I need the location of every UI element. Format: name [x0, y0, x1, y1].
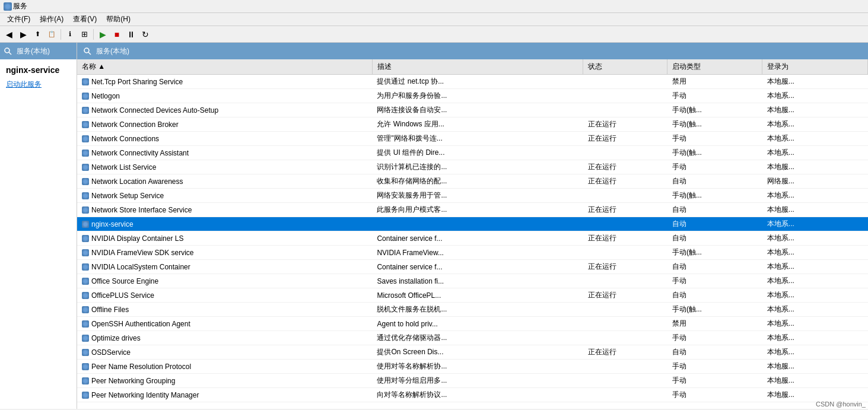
service-name-cell: OpenSSH Authentication Agent: [77, 317, 372, 331]
table-row[interactable]: Network Location Awareness收集和存储网络的配...正在…: [77, 174, 868, 189]
service-startup-cell: 禁用: [667, 75, 762, 89]
service-desc-cell: 此服务向用户模式客...: [372, 203, 583, 217]
service-login-cell: 本地系...: [762, 288, 868, 303]
service-status-cell: [583, 360, 667, 374]
table-row[interactable]: Peer Networking Identity Manager向对等名称解析协…: [77, 388, 868, 402]
service-startup-cell: 禁用: [667, 317, 762, 331]
toolbar-show-hide[interactable]: 📋: [45, 28, 58, 41]
service-icon: [82, 150, 89, 157]
table-row[interactable]: Network Connection Broker允许 Windows 应用..…: [77, 117, 868, 132]
service-icon: [82, 377, 89, 384]
service-status-cell: [583, 89, 667, 103]
service-desc-cell: 网络连接设备自动安...: [372, 103, 583, 117]
service-desc-cell: 通过优化存储驱动器...: [372, 331, 583, 345]
menu-file[interactable]: 文件(F): [2, 13, 35, 26]
service-desc-cell: Microsoft OfficePL...: [372, 288, 583, 303]
main-container: 服务(本地) nginx-service 启动此服务 服务(本地) 名称 ▲: [0, 43, 868, 409]
left-panel-header: 服务(本地): [0, 43, 77, 59]
service-desc-cell: 提供On Screen Dis...: [372, 345, 583, 360]
right-panel: 服务(本地) 名称 ▲ 描述 状态: [77, 43, 868, 409]
services-list: 名称 ▲ 描述 状态 启动类型 登录为: [77, 59, 868, 402]
service-name-cell: NVIDIA LocalSystem Container: [77, 260, 372, 274]
service-login-cell: 本地服...: [762, 203, 868, 217]
services-table[interactable]: 名称 ▲ 描述 状态 启动类型 登录为: [77, 59, 868, 409]
service-login-cell: 本地系...: [762, 132, 868, 146]
table-row[interactable]: Network Connectivity Assistant提供 UI 组件的 …: [77, 146, 868, 160]
service-status-cell: 正在运行: [583, 260, 667, 274]
toolbar-back[interactable]: ◀: [2, 28, 15, 41]
table-row[interactable]: Peer Networking Grouping使用对等分组启用多...手动本地…: [77, 374, 868, 388]
service-login-cell: 本地服...: [762, 360, 868, 374]
table-row[interactable]: NVIDIA FrameView SDK serviceNVIDIA Frame…: [77, 246, 868, 260]
col-header-startup[interactable]: 启动类型: [667, 59, 762, 75]
table-row[interactable]: NVIDIA LocalSystem ContainerContainer se…: [77, 260, 868, 274]
toolbar-refresh[interactable]: ⊞: [78, 28, 91, 41]
service-icon: [82, 235, 89, 242]
table-row[interactable]: Network Connected Devices Auto-Setup网络连接…: [77, 103, 868, 117]
service-name-cell: OfficePLUS Service: [77, 288, 372, 303]
table-row[interactable]: Offline Files脱机文件服务在脱机...手动(触...本地系...: [77, 303, 868, 317]
service-login-cell: 本地系...: [762, 246, 868, 260]
table-row[interactable]: Office Source EngineSaves installation f…: [77, 274, 868, 288]
service-startup-cell: 手动: [667, 89, 762, 103]
service-icon: [82, 320, 89, 328]
col-header-name[interactable]: 名称 ▲: [77, 59, 372, 75]
col-header-desc[interactable]: 描述: [372, 59, 583, 75]
service-icon: [82, 249, 89, 256]
service-desc-cell: 向对等名称解析协议...: [372, 388, 583, 402]
table-row[interactable]: Network Setup Service网络安装服务用于管...手动(触...…: [77, 189, 868, 203]
toolbar-up[interactable]: ⬆: [31, 28, 44, 41]
table-row[interactable]: Network Connections管理"网络和拨号连...正在运行手动本地系…: [77, 132, 868, 146]
watermark: CSDN @honvin_: [816, 401, 866, 408]
title-gear-icon: [4, 2, 12, 11]
table-row[interactable]: OfficePLUS ServiceMicrosoft OfficePL...正…: [77, 288, 868, 303]
service-startup-cell: 手动(触...: [667, 117, 762, 132]
table-row[interactable]: Optimize drives通过优化存储驱动器...手动本地系...: [77, 331, 868, 345]
service-startup-cell: 自动: [667, 260, 762, 274]
service-name-cell: Network List Service: [77, 160, 372, 174]
service-icon: [82, 392, 89, 399]
service-status-cell: 正在运行: [583, 203, 667, 217]
service-icon: [82, 335, 89, 342]
menu-action[interactable]: 操作(A): [35, 13, 68, 26]
table-row[interactable]: Peer Name Resolution Protocol使用对等名称解析协..…: [77, 360, 868, 374]
table-row[interactable]: NVIDIA Display Container LSContainer ser…: [77, 231, 868, 246]
service-status-cell: [583, 274, 667, 288]
service-startup-cell: 自动: [667, 288, 762, 303]
toolbar-stop[interactable]: ■: [110, 28, 123, 41]
service-icon: [82, 263, 89, 271]
table-row[interactable]: Netlogon为用户和服务身份验...手动本地系...: [77, 89, 868, 103]
table-row[interactable]: nginx-service自动本地系...: [77, 217, 868, 231]
service-icon: [82, 121, 89, 128]
table-row[interactable]: Network List Service识别计算机已连接的...正在运行手动本地…: [77, 160, 868, 174]
service-status-cell: 正在运行: [583, 132, 667, 146]
table-row[interactable]: Net.Tcp Port Sharing Service提供通过 net.tcp…: [77, 75, 868, 89]
service-login-cell: 本地服...: [762, 103, 868, 117]
service-status-cell: [583, 146, 667, 160]
table-row[interactable]: OpenSSH Authentication AgentAgent to hol…: [77, 317, 868, 331]
service-status-cell: [583, 217, 667, 231]
service-name-cell: Optimize drives: [77, 331, 372, 345]
service-icon: [82, 206, 89, 214]
service-startup-cell: 手动: [667, 331, 762, 345]
menu-view[interactable]: 查看(V): [68, 13, 101, 26]
toolbar-pause[interactable]: ⏸: [125, 28, 138, 41]
service-status-cell: [583, 388, 667, 402]
table-row[interactable]: OSDService提供On Screen Dis...正在运行自动本地系...: [77, 345, 868, 360]
service-startup-cell: 自动: [667, 217, 762, 231]
service-status-cell: [583, 317, 667, 331]
toolbar-play[interactable]: ▶: [96, 28, 109, 41]
toolbar-restart[interactable]: ↻: [139, 28, 152, 41]
service-startup-cell: 手动(触...: [667, 103, 762, 117]
toolbar-properties[interactable]: ℹ: [63, 28, 77, 41]
start-service-link[interactable]: 启动此服务: [6, 80, 42, 88]
col-header-status[interactable]: 状态: [583, 59, 667, 75]
toolbar: ◀ ▶ ⬆ 📋 ℹ ⊞ ▶ ■ ⏸ ↻: [0, 26, 868, 43]
menu-bar: 文件(F) 操作(A) 查看(V) 帮助(H): [0, 13, 868, 26]
col-header-login[interactable]: 登录为: [762, 59, 868, 75]
table-row[interactable]: Network Store Interface Service此服务向用户模式客…: [77, 203, 868, 217]
toolbar-forward[interactable]: ▶: [17, 28, 30, 41]
toolbar-sep2: [93, 29, 94, 40]
menu-help[interactable]: 帮助(H): [101, 13, 135, 26]
service-name-cell: Peer Networking Grouping: [77, 374, 372, 388]
